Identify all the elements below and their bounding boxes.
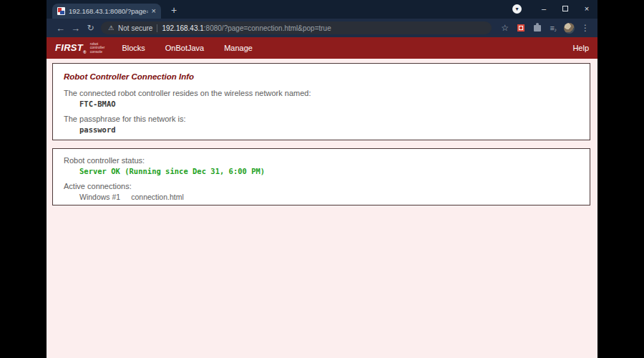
maximize-icon [562, 6, 568, 11]
brand-subtitle: robot controller console [90, 42, 105, 54]
url-host: 192.168.43.1 [162, 24, 203, 32]
warning-icon: ⚠ [108, 24, 114, 32]
nav-item-blocks[interactable]: Blocks [122, 44, 145, 52]
tab-close-icon[interactable]: × [152, 7, 156, 15]
connection-name: Windows #1 [79, 193, 120, 201]
reload-icon[interactable]: ↻ [83, 23, 98, 33]
browser-window: 192.168.43.1:8080/?page=conne × + ▾ – × … [47, 0, 597, 358]
address-bar[interactable]: ⚠ Not secure 192.168.43.1:8080/?page=con… [101, 21, 492, 34]
browser-toolbar: ← → ↻ ⚠ Not secure 192.168.43.1:8080/?pa… [47, 19, 597, 37]
app-navbar: FIRST® robot controller console Blocks O… [47, 37, 597, 59]
extension-red-icon[interactable] [517, 24, 525, 32]
close-window-button[interactable]: × [576, 4, 597, 13]
profile-avatar[interactable] [564, 23, 575, 34]
network-label: The connected robot controller resides o… [64, 89, 579, 97]
url-text: 192.168.43.1:8080/?page=connection.html&… [162, 24, 331, 32]
first-logo-favicon-icon [57, 7, 65, 15]
bookmark-star-icon[interactable]: ☆ [497, 23, 513, 33]
status-panel: Robot controller status: Server OK (Runn… [52, 148, 590, 205]
connection-row: Windows #1 connection.html [79, 193, 579, 201]
nav-menu: Blocks OnBotJava Manage [122, 44, 253, 52]
media-controls-icon[interactable]: ≡♪ [550, 24, 555, 32]
window-controls: ▾ – × [512, 0, 597, 17]
status-value: Server OK (Running since Dec 31, 6:00 PM… [79, 167, 579, 175]
new-tab-button[interactable]: + [171, 4, 177, 16]
nav-item-help[interactable]: Help [572, 44, 589, 52]
forward-icon[interactable]: → [68, 23, 83, 34]
not-secure-label[interactable]: Not secure [118, 24, 152, 32]
connection-info-panel: Robot Controller Connection Info The con… [52, 63, 590, 140]
passphrase-label: The passphrase for this network is: [64, 115, 579, 123]
tab-search-icon[interactable]: ▾ [512, 4, 522, 14]
tab-strip: 192.168.43.1:8080/?page=conne × + ▾ – × [47, 0, 597, 19]
minimize-button[interactable]: – [533, 4, 555, 13]
panel-title: Robot Controller Connection Info [64, 72, 579, 81]
browser-tab[interactable]: 192.168.43.1:8080/?page=conne × [52, 4, 161, 19]
url-path: :8080/?page=connection.html&pop=true [204, 24, 331, 32]
connections-label: Active connections: [64, 182, 579, 190]
page-body: Robot Controller Connection Info The con… [47, 59, 597, 358]
network-name-value: FTC-BMAO [79, 100, 579, 108]
menu-dots-icon[interactable]: ⋮ [580, 23, 591, 33]
status-label: Robot controller status: [64, 156, 579, 165]
omnibox-divider [157, 24, 157, 32]
connection-page: connection.html [131, 193, 184, 201]
first-logo: FIRST® [55, 42, 87, 54]
back-icon[interactable]: ← [53, 23, 68, 34]
nav-item-manage[interactable]: Manage [224, 44, 253, 52]
maximize-button[interactable] [555, 4, 576, 13]
tab-title: 192.168.43.1:8080/?page=conne [69, 7, 148, 15]
nav-item-onbotjava[interactable]: OnBotJava [165, 44, 204, 52]
passphrase-value: password [79, 125, 579, 134]
extensions-puzzle-icon[interactable] [534, 25, 541, 32]
